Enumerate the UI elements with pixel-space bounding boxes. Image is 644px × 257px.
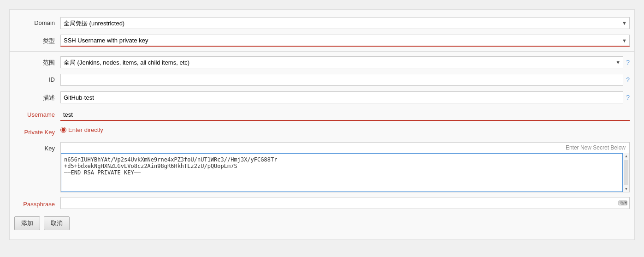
- id-help-icon[interactable]: ?: [626, 76, 630, 84]
- credential-form: Domain 全局凭据 (unrestricted) ▼ 类型 SSH User…: [9, 9, 635, 240]
- passphrase-label: Passphrase: [14, 198, 60, 208]
- add-button[interactable]: 添加: [14, 216, 40, 230]
- id-control: ?: [60, 74, 630, 86]
- enter-directly-radio-label[interactable]: Enter directly: [60, 126, 103, 133]
- username-row: Username: [10, 106, 634, 124]
- scope-select-wrapper: 全局 (Jenkins, nodes, items, all child ite…: [60, 56, 623, 68]
- keyboard-icon: ⌨: [618, 199, 627, 207]
- scope-help-icon[interactable]: ?: [626, 59, 630, 66]
- domain-row: Domain 全局凭据 (unrestricted) ▼: [10, 14, 634, 32]
- passphrase-input[interactable]: [63, 200, 618, 207]
- scroll-thumb: [624, 160, 628, 185]
- key-textarea-wrapper: n656nIUHYBhYAt/Vp2s4UvkXmNe9rne4xPZ3foU/…: [61, 153, 629, 192]
- key-field-container: Enter New Secret Below n656nIUHYBhYAt/Vp…: [60, 142, 630, 192]
- domain-select-wrapper: 全局凭据 (unrestricted) ▼: [60, 17, 630, 29]
- scroll-down-icon[interactable]: ▼: [623, 186, 629, 192]
- description-row: 描述 ?: [10, 89, 634, 106]
- scope-select[interactable]: 全局 (Jenkins, nodes, items, all child ite…: [60, 56, 623, 68]
- private-key-row: Private Key Enter directly: [10, 124, 634, 140]
- button-row: 添加 取消: [10, 212, 634, 235]
- description-control: ?: [60, 91, 630, 103]
- key-row: Key Enter New Secret Below n656nIUHYBhYA…: [10, 140, 634, 194]
- id-input[interactable]: [60, 74, 623, 86]
- passphrase-row: Passphrase ⌨: [10, 194, 634, 212]
- cancel-button[interactable]: 取消: [44, 216, 70, 230]
- scroll-up-icon[interactable]: ▲: [623, 153, 629, 159]
- passphrase-input-wrap: ⌨: [60, 197, 630, 209]
- key-textarea[interactable]: n656nIUHYBhYAt/Vp2s4UvkXmNe9rne4xPZ3foU/…: [61, 154, 622, 191]
- scope-control: 全局 (Jenkins, nodes, items, all child ite…: [60, 56, 630, 68]
- passphrase-control: ⌨: [60, 197, 630, 209]
- type-select[interactable]: SSH Username with private key: [60, 35, 630, 47]
- scope-label: 范围: [14, 56, 60, 67]
- type-row: 类型 SSH Username with private key ▼: [10, 32, 634, 49]
- username-control: [60, 109, 630, 121]
- username-input[interactable]: [60, 109, 630, 121]
- enter-directly-text: Enter directly: [68, 126, 103, 133]
- key-scrollbar: ▲ ▼: [623, 153, 629, 192]
- id-label: ID: [14, 74, 60, 83]
- id-row: ID ?: [10, 71, 634, 89]
- enter-directly-radio[interactable]: [60, 127, 66, 133]
- type-label: 类型: [14, 35, 60, 45]
- private-key-control: Enter directly: [60, 126, 630, 133]
- type-control: SSH Username with private key ▼: [60, 35, 630, 47]
- domain-select[interactable]: 全局凭据 (unrestricted): [60, 17, 630, 29]
- key-label: Key: [14, 142, 60, 152]
- description-label: 描述: [14, 91, 60, 102]
- username-label: Username: [14, 109, 60, 118]
- key-textarea-area: n656nIUHYBhYAt/Vp2s4UvkXmNe9rne4xPZ3foU/…: [61, 153, 623, 192]
- type-select-wrapper: SSH Username with private key ▼: [60, 35, 630, 47]
- scope-row: 范围 全局 (Jenkins, nodes, items, all child …: [10, 54, 634, 71]
- key-hint: Enter New Secret Below: [61, 143, 629, 153]
- description-input[interactable]: [60, 91, 623, 103]
- domain-label: Domain: [14, 17, 60, 26]
- domain-control: 全局凭据 (unrestricted) ▼: [60, 17, 630, 29]
- divider: [10, 51, 634, 52]
- private-key-label: Private Key: [14, 126, 60, 136]
- description-help-icon[interactable]: ?: [626, 94, 630, 101]
